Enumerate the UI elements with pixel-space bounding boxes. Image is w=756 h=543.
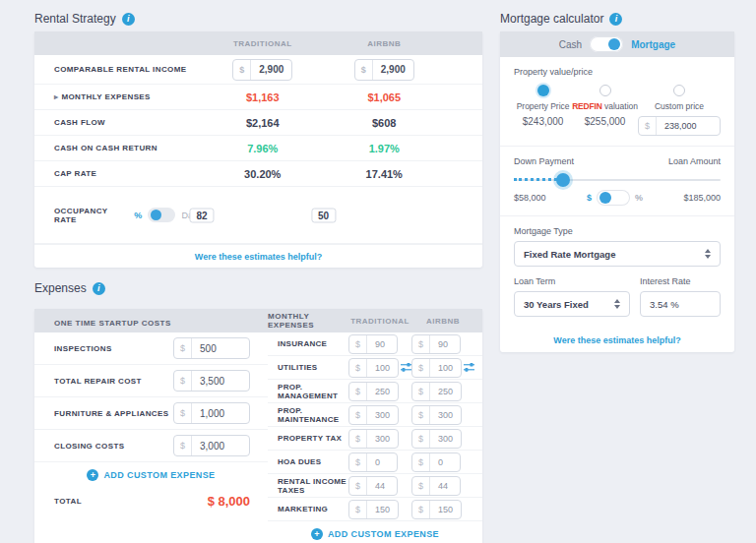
insurance-traditional-input[interactable]: $90 xyxy=(348,334,398,354)
estimates-helpful-link[interactable]: Were these estimates helpful? xyxy=(553,335,680,345)
cash-mortgage-toggle[interactable] xyxy=(590,36,623,52)
utilities-airbnb-input[interactable]: $100 xyxy=(411,358,462,378)
loan-amount-value: $185,000 xyxy=(683,193,721,203)
row-prop-management: PROP. MANAGEMENT $250 $250 xyxy=(268,380,482,403)
currency-symbol: $ xyxy=(174,338,192,358)
toggle-knob[interactable] xyxy=(151,210,161,220)
row-closing-costs: CLOSING COSTS $3,000 xyxy=(34,430,268,462)
repair-cost-input[interactable]: $3,500 xyxy=(173,370,250,392)
utilities-traditional-input[interactable]: $100 xyxy=(348,358,399,378)
add-custom-startup-expense-button[interactable]: + ADD CUSTOM EXPENSE xyxy=(34,462,268,488)
row-prop-maintenance: PROP. MAINTENANCE $300 $300 xyxy=(268,403,482,427)
add-custom-monthly-expense-button[interactable]: + ADD CUSTOM EXPENSE xyxy=(268,521,482,543)
custom-price-radio[interactable] xyxy=(673,85,685,96)
hoa-dues-airbnb-input[interactable]: $0 xyxy=(411,452,461,472)
down-payment-value: $58,000 xyxy=(514,193,546,203)
property-tax-airbnb-input[interactable]: $300 xyxy=(411,429,462,449)
cap-rate-airbnb: 17.41% xyxy=(324,168,446,180)
sliders-icon[interactable] xyxy=(401,362,411,373)
cash-flow-airbnb: $608 xyxy=(324,117,446,129)
rental-table-header: TRADITIONAL AIRBNB xyxy=(34,31,482,55)
comparable-income-airbnb-input[interactable]: $ 2,900 xyxy=(354,59,414,81)
rental-strategy-title: Rental Strategy xyxy=(34,12,116,26)
unit-percent-label[interactable]: % xyxy=(635,193,643,203)
interest-rate-input[interactable]: 3.54 % xyxy=(640,291,721,317)
cap-rate-label: CAP RATE xyxy=(34,169,202,178)
toggle-knob[interactable] xyxy=(599,192,611,204)
comparable-income-traditional-input[interactable]: $ 2,900 xyxy=(232,59,292,81)
rental-strategy-header: Rental Strategy i xyxy=(34,10,482,28)
plus-icon: + xyxy=(87,469,98,481)
estimates-helpful-link[interactable]: Were these estimates helpful? xyxy=(195,252,322,262)
property-price-radio[interactable] xyxy=(537,85,549,96)
property-value-label: Property value/price xyxy=(514,67,721,77)
startup-costs-header: ONE TIME STARTUP COSTS xyxy=(54,319,171,328)
occupancy-rate-label: OCCUPANCY RATE xyxy=(54,207,128,224)
row-cash-on-cash-return: CASH ON CASH RETURN 7.96% 1.97% xyxy=(34,136,482,161)
cash-on-cash-airbnb: 1.97% xyxy=(324,143,446,154)
furniture-input[interactable]: $1,000 xyxy=(173,402,250,424)
currency-symbol: $ xyxy=(174,403,192,423)
occupancy-unit-percent[interactable]: % xyxy=(134,211,142,220)
inspections-input[interactable]: $500 xyxy=(173,337,250,359)
currency-symbol: $ xyxy=(233,60,251,80)
option-property-price: Property Price $243,000 xyxy=(514,85,572,136)
expenses-table-header: ONE TIME STARTUP COSTS MONTHLY EXPENSES … xyxy=(34,309,482,332)
dollar-percent-toggle[interactable] xyxy=(597,190,630,206)
unit-dollar-label[interactable]: $ xyxy=(587,193,592,203)
prop-maintenance-airbnb-input[interactable]: $300 xyxy=(411,405,462,425)
row-insurance: INSURANCE $90 $90 xyxy=(268,332,482,356)
rental-taxes-traditional-input[interactable]: $44 xyxy=(348,476,398,496)
cash-on-cash-traditional: 7.96% xyxy=(202,143,324,154)
redfin-valuation-radio[interactable] xyxy=(599,85,611,96)
sliders-icon[interactable] xyxy=(464,362,474,373)
rental-taxes-airbnb-input[interactable]: $44 xyxy=(411,476,461,496)
property-tax-traditional-input[interactable]: $300 xyxy=(348,429,399,449)
row-utilities: UTILITIES $100 $100 xyxy=(268,356,482,380)
prop-management-airbnb-input[interactable]: $250 xyxy=(411,382,462,401)
down-payment-slider[interactable] xyxy=(514,172,721,188)
loan-term-label: Loan Term xyxy=(514,276,630,286)
startup-costs-section: INSPECTIONS $500 TOTAL REPAIR COST $3,50… xyxy=(34,332,268,543)
monthly-expenses-section: INSURANCE $90 $90 UTILITIES $100 $100 PR… xyxy=(268,332,482,543)
cash-on-cash-label: CASH ON CASH RETURN xyxy=(34,144,202,152)
row-comparable-rental-income: COMPARABLE RENTAL INCOME $ 2,900 $ 2,900 xyxy=(34,55,482,85)
startup-total-row: TOTAL $ 8,000 xyxy=(34,488,268,514)
cash-option-label[interactable]: Cash xyxy=(559,39,582,50)
cash-flow-traditional: $2,164 xyxy=(202,117,324,129)
info-icon[interactable]: i xyxy=(93,282,105,295)
marketing-traditional-input[interactable]: $150 xyxy=(348,500,399,519)
hoa-dues-traditional-input[interactable]: $0 xyxy=(348,452,398,472)
slider-knob[interactable] xyxy=(556,173,570,187)
mortgage-option-label[interactable]: Mortgage xyxy=(631,39,675,50)
startup-total-value: $ 8,000 xyxy=(208,494,250,509)
row-cap-rate: CAP RATE 30.20% 17.41% xyxy=(34,161,482,187)
plus-icon: + xyxy=(311,528,323,540)
column-header-traditional: TRADITIONAL xyxy=(348,317,411,326)
insurance-airbnb-input[interactable]: $90 xyxy=(411,334,461,354)
monthly-expenses-header: MONTHLY EXPENSES xyxy=(268,312,348,330)
occupancy-value-traditional[interactable]: 82 xyxy=(189,208,214,222)
toggle-knob[interactable] xyxy=(608,38,620,50)
monthly-expenses-expander[interactable]: ▸MONTHLY EXPENSES xyxy=(34,92,202,101)
cash-flow-label: CASH FLOW xyxy=(34,118,202,127)
custom-price-input[interactable]: $238,000 xyxy=(638,116,721,136)
expenses-title: Expenses xyxy=(34,281,87,295)
occupancy-value-airbnb[interactable]: 50 xyxy=(311,208,336,222)
currency-symbol: $ xyxy=(355,60,373,80)
closing-costs-input[interactable]: $3,000 xyxy=(173,435,250,456)
prop-maintenance-traditional-input[interactable]: $300 xyxy=(348,405,399,425)
loan-term-select[interactable]: 30 Years Fixed xyxy=(514,291,630,317)
select-arrows-icon xyxy=(614,299,620,309)
row-furniture-appliances: FURNITURE & APPLIANCES $1,000 xyxy=(34,397,268,430)
occupancy-unit-toggle[interactable] xyxy=(148,208,175,222)
prop-management-traditional-input[interactable]: $250 xyxy=(348,382,399,401)
option-custom-price: Custom price $238,000 xyxy=(638,85,721,136)
marketing-airbnb-input[interactable]: $150 xyxy=(411,500,462,519)
info-icon[interactable]: i xyxy=(122,13,135,26)
info-icon[interactable]: i xyxy=(609,13,622,26)
row-marketing: MARKETING $150 $150 xyxy=(268,498,482,521)
mortgage-type-label: Mortgage Type xyxy=(514,226,721,236)
mortgage-type-select[interactable]: Fixed Rate Mortgage xyxy=(514,241,721,267)
mortgage-calculator-card: Cash Mortgage Property value/price Prope… xyxy=(500,31,734,352)
